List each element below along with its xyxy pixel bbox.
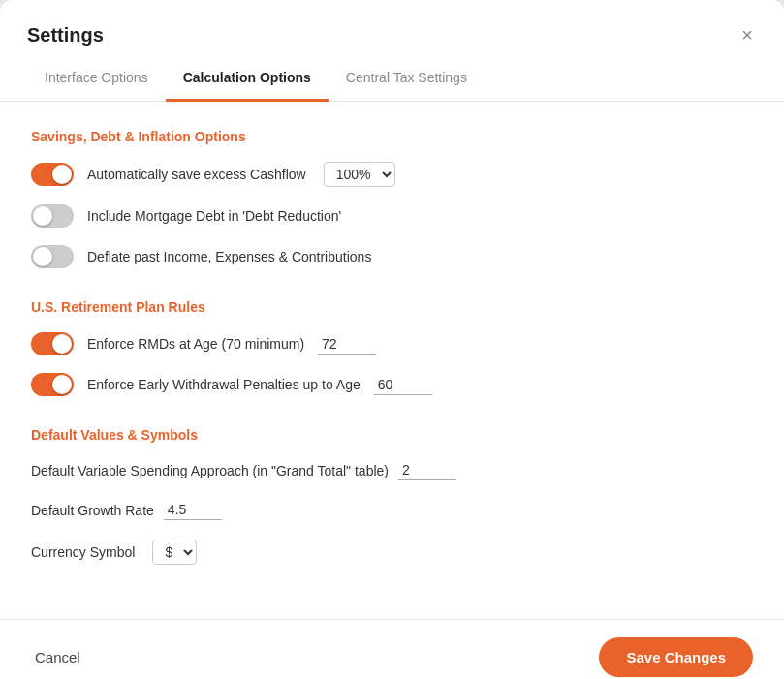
toggle-thumb xyxy=(52,375,72,394)
retirement-section: U.S. Retirement Plan Rules Enforce RMDs … xyxy=(31,299,753,396)
early-withdrawal-toggle[interactable] xyxy=(31,373,74,396)
settings-dialog: Settings × Interface Options Calculation… xyxy=(0,0,784,679)
toggle-thumb xyxy=(52,334,72,354)
toggle-thumb xyxy=(52,165,72,184)
dialog-title: Settings xyxy=(27,24,104,46)
toggle-track[interactable] xyxy=(31,204,74,228)
default-growth-rate-row: Default Growth Rate xyxy=(31,500,753,520)
savings-section-title: Savings, Debt & Inflation Options xyxy=(31,129,753,144)
include-mortgage-row: Include Mortgage Debt in 'Debt Reduction… xyxy=(31,204,753,228)
enforce-rmd-toggle[interactable] xyxy=(31,332,74,355)
defaults-section: Default Values & Symbols Default Variabl… xyxy=(31,427,753,565)
currency-symbol-row: Currency Symbol $ € £ ¥ xyxy=(31,540,753,565)
early-withdrawal-row: Enforce Early Withdrawal Penalties up to… xyxy=(31,373,753,396)
default-variable-spending-row: Default Variable Spending Approach (in "… xyxy=(31,460,753,480)
early-withdrawal-label: Enforce Early Withdrawal Penalties up to… xyxy=(87,377,361,392)
tab-central-tax[interactable]: Central Tax Settings xyxy=(329,56,485,102)
auto-save-cashflow-label: Automatically save excess Cashflow xyxy=(87,167,306,182)
default-growth-rate-input[interactable] xyxy=(164,500,222,520)
include-mortgage-toggle[interactable] xyxy=(31,204,74,228)
content-area: Savings, Debt & Inflation Options Automa… xyxy=(0,102,784,619)
tab-interface[interactable]: Interface Options xyxy=(27,56,166,102)
auto-save-cashflow-row: Automatically save excess Cashflow 100% … xyxy=(31,162,753,187)
default-variable-spending-input[interactable] xyxy=(398,460,456,480)
toggle-track[interactable] xyxy=(31,332,74,355)
enforce-rmd-row: Enforce RMDs at Age (70 minimum) xyxy=(31,332,753,355)
deflate-past-toggle[interactable] xyxy=(31,245,74,268)
default-variable-spending-label: Default Variable Spending Approach (in "… xyxy=(31,463,389,478)
dialog-footer: Cancel Save Changes xyxy=(0,619,784,679)
defaults-section-title: Default Values & Symbols xyxy=(31,427,753,443)
toggle-track[interactable] xyxy=(31,245,74,268)
default-growth-rate-label: Default Growth Rate xyxy=(31,503,154,518)
rmd-age-input[interactable] xyxy=(318,334,376,355)
tab-calculation[interactable]: Calculation Options xyxy=(166,56,329,102)
cashflow-percentage-dropdown[interactable]: 100% 75% 50% 25% 10% 0% xyxy=(324,162,395,187)
include-mortgage-label: Include Mortgage Debt in 'Debt Reduction… xyxy=(87,208,341,224)
cancel-button[interactable]: Cancel xyxy=(31,643,84,671)
deflate-past-label: Deflate past Income, Expenses & Contribu… xyxy=(87,249,371,264)
auto-save-cashflow-toggle[interactable] xyxy=(31,163,74,186)
retirement-section-title: U.S. Retirement Plan Rules xyxy=(31,299,753,315)
toggle-thumb xyxy=(33,206,52,226)
deflate-past-row: Deflate past Income, Expenses & Contribu… xyxy=(31,245,753,268)
dialog-header: Settings × xyxy=(0,0,784,46)
toggle-track[interactable] xyxy=(31,373,74,396)
savings-section: Savings, Debt & Inflation Options Automa… xyxy=(31,129,753,268)
enforce-rmd-label: Enforce RMDs at Age (70 minimum) xyxy=(87,336,304,352)
close-button[interactable]: × xyxy=(737,23,757,46)
currency-symbol-label: Currency Symbol xyxy=(31,544,135,560)
currency-symbol-dropdown[interactable]: $ € £ ¥ xyxy=(152,540,197,565)
tab-bar: Interface Options Calculation Options Ce… xyxy=(0,56,784,102)
save-changes-button[interactable]: Save Changes xyxy=(599,637,753,677)
early-withdrawal-age-input[interactable] xyxy=(374,375,432,395)
toggle-thumb xyxy=(33,247,52,266)
toggle-track[interactable] xyxy=(31,163,74,186)
